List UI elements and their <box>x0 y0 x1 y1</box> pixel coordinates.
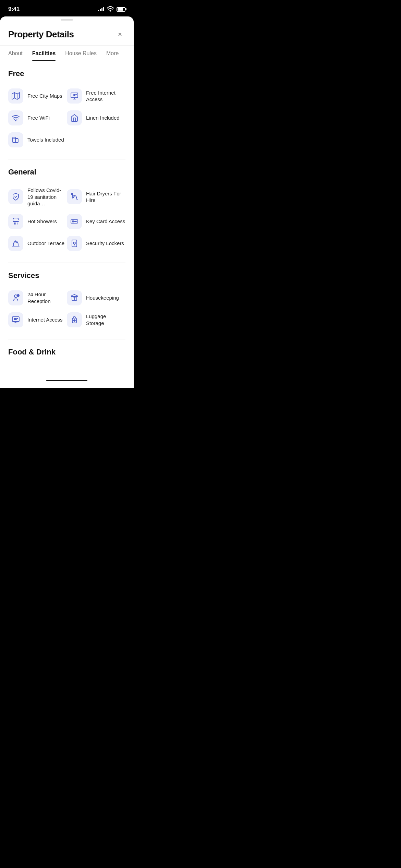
keycard-icon <box>67 214 82 229</box>
close-button[interactable]: × <box>114 29 125 40</box>
sheet-header: Property Details × <box>0 22 134 46</box>
section-services: Services 24 24 Hour Reception <box>8 263 125 334</box>
section-title-general: General <box>8 168 125 177</box>
free-internet-icon <box>67 88 82 104</box>
facility-key-card: Key Card Access <box>67 210 125 232</box>
hot-showers-label: Hot Showers <box>27 218 57 225</box>
facility-hot-showers: Hot Showers <box>8 210 67 232</box>
facility-covid: Follows Covid-19 sanitation guida… <box>8 183 67 210</box>
tab-facilities[interactable]: Facilities <box>32 46 56 61</box>
free-city-maps-label: Free City Maps <box>27 93 62 99</box>
wifi-icon <box>106 5 114 13</box>
linen-label: Linen Included <box>86 114 120 121</box>
battery-icon <box>117 7 125 12</box>
svg-point-31 <box>17 318 18 319</box>
luggage-label: Luggage Storage <box>86 313 125 326</box>
facility-towels-included: Towels Included <box>8 129 67 151</box>
content-area: Free Free City Maps <box>0 61 134 377</box>
svg-rect-28 <box>12 317 19 322</box>
property-details-sheet: Property Details × About Facilities Hous… <box>0 16 134 377</box>
tab-more[interactable]: More <box>106 46 119 61</box>
internet-access-label: Internet Access <box>27 316 63 323</box>
section-free: Free Free City Maps <box>8 61 125 154</box>
section-food-drink: Food & Drink <box>8 339 125 357</box>
svg-point-7 <box>15 120 16 121</box>
tab-house-rules[interactable]: House Rules <box>65 46 97 61</box>
section-title-free: Free <box>8 69 125 78</box>
locker-icon <box>67 236 82 251</box>
tab-about[interactable]: About <box>8 46 23 61</box>
luggage-icon <box>67 312 82 327</box>
towels-label: Towels Included <box>27 136 64 143</box>
svg-rect-22 <box>72 240 77 247</box>
facility-free-internet: Free Internet Access <box>67 85 125 107</box>
svg-point-16 <box>72 221 74 222</box>
towels-icon <box>8 132 23 147</box>
section-general: General Follows Covid-19 sanitation guid… <box>8 159 125 257</box>
svg-rect-8 <box>13 137 15 143</box>
facility-housekeeping: Housekeeping <box>67 287 125 309</box>
svg-rect-3 <box>71 93 78 98</box>
sheet-title: Property Details <box>8 29 74 40</box>
housekeeping-label: Housekeeping <box>86 294 119 301</box>
facility-24hr-reception: 24 24 Hour Reception <box>8 287 67 309</box>
facility-hair-dryers: Hair Dryers For Hire <box>67 183 125 210</box>
outdoor-terrace-label: Outdoor Terrace <box>27 240 64 247</box>
home-indicator <box>46 380 87 381</box>
facility-free-wifi: Free WiFi <box>8 107 67 129</box>
svg-text:24: 24 <box>17 295 19 297</box>
free-wifi-label: Free WiFi <box>27 114 50 121</box>
svg-point-23 <box>73 242 75 244</box>
tabs-container: About Facilities House Rules More <box>0 46 134 61</box>
section-title-services: Services <box>8 271 125 280</box>
free-facilities-grid: Free City Maps Free Inte <box>8 85 125 151</box>
24hr-reception-label: 24 Hour Reception <box>27 291 67 304</box>
linen-icon <box>67 110 82 125</box>
reception-icon: 24 <box>8 290 23 305</box>
hair-dryers-label: Hair Dryers For Hire <box>86 190 125 204</box>
hair-dryer-icon <box>67 189 82 204</box>
covid-label: Follows Covid-19 sanitation guida… <box>27 187 67 207</box>
facility-linen-included: Linen Included <box>67 107 125 129</box>
facility-luggage-storage: Luggage Storage <box>67 309 125 331</box>
status-bar: 9:41 <box>0 0 134 16</box>
terrace-icon <box>8 236 23 251</box>
facility-internet-access: Internet Access <box>8 309 67 331</box>
section-title-food-drink: Food & Drink <box>8 348 125 357</box>
svg-point-25 <box>14 295 17 298</box>
svg-point-11 <box>71 193 73 195</box>
svg-point-6 <box>76 94 76 95</box>
free-wifi-icon <box>8 110 23 125</box>
key-card-label: Key Card Access <box>86 218 125 225</box>
housekeeping-icon <box>67 290 82 305</box>
drag-handle <box>61 19 73 21</box>
free-city-maps-icon <box>8 88 23 104</box>
covid-icon <box>8 189 23 204</box>
status-time: 9:41 <box>8 6 20 13</box>
facility-security-lockers: Security Lockers <box>67 232 125 254</box>
internet-access-icon <box>8 312 23 327</box>
svg-marker-0 <box>12 93 20 99</box>
facility-outdoor-terrace: Outdoor Terrace <box>8 232 67 254</box>
facility-free-city-maps: Free City Maps <box>8 85 67 107</box>
services-facilities-grid: 24 24 Hour Reception <box>8 287 125 331</box>
svg-line-10 <box>76 198 77 200</box>
signal-icon <box>98 7 104 11</box>
status-icons <box>98 5 125 13</box>
shower-icon <box>8 214 23 229</box>
free-internet-label: Free Internet Access <box>86 89 125 103</box>
security-lockers-label: Security Lockers <box>86 240 124 247</box>
general-facilities-grid: Follows Covid-19 sanitation guida… Hair … <box>8 183 125 254</box>
